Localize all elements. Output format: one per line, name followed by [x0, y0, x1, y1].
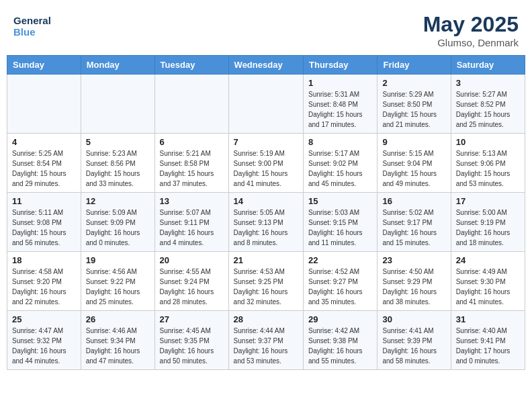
calendar-cell: 28Sunrise: 4:44 AM Sunset: 9:37 PM Dayli…: [228, 311, 303, 370]
calendar-cell: 27Sunrise: 4:45 AM Sunset: 9:35 PM Dayli…: [154, 311, 228, 370]
calendar-table: SundayMondayTuesdayWednesdayThursdayFrid…: [7, 55, 525, 370]
day-number: 3: [456, 78, 520, 88]
day-number: 6: [160, 137, 224, 147]
day-number: 9: [382, 137, 445, 147]
day-info: Sunrise: 5:19 AM Sunset: 9:00 PM Dayligh…: [234, 148, 298, 189]
day-number: 23: [382, 255, 445, 265]
calendar-cell: 12Sunrise: 5:09 AM Sunset: 9:09 PM Dayli…: [81, 193, 154, 252]
day-info: Sunrise: 5:05 AM Sunset: 9:13 PM Dayligh…: [234, 208, 298, 248]
calendar-cell: 5Sunrise: 5:23 AM Sunset: 8:56 PM Daylig…: [81, 134, 154, 193]
day-number: 10: [456, 137, 520, 147]
calendar-cell: 31Sunrise: 4:40 AM Sunset: 9:41 PM Dayli…: [451, 311, 525, 370]
day-info: Sunrise: 5:21 AM Sunset: 8:58 PM Dayligh…: [160, 148, 224, 189]
weekday-header-saturday: Saturday: [451, 56, 525, 75]
day-number: 17: [456, 196, 520, 206]
svg-marker-2: [66, 15, 74, 24]
calendar-cell: [7, 75, 81, 134]
calendar-cell: 19Sunrise: 4:56 AM Sunset: 9:22 PM Dayli…: [81, 252, 154, 311]
calendar-cell: 15Sunrise: 5:03 AM Sunset: 9:15 PM Dayli…: [304, 193, 378, 252]
day-info: Sunrise: 4:55 AM Sunset: 9:24 PM Dayligh…: [160, 267, 224, 307]
day-info: Sunrise: 4:52 AM Sunset: 9:27 PM Dayligh…: [308, 267, 372, 307]
calendar-cell: 1Sunrise: 5:31 AM Sunset: 8:48 PM Daylig…: [304, 75, 378, 134]
calendar-cell: 22Sunrise: 4:52 AM Sunset: 9:27 PM Dayli…: [304, 252, 378, 311]
weekday-header-tuesday: Tuesday: [154, 56, 228, 75]
calendar-cell: 14Sunrise: 5:05 AM Sunset: 9:13 PM Dayli…: [228, 193, 303, 252]
calendar-week-2: 4Sunrise: 5:25 AM Sunset: 8:54 PM Daylig…: [7, 134, 525, 193]
title-area: May 2025 Glumso, Denmark: [423, 12, 519, 48]
weekday-header-monday: Monday: [81, 56, 154, 75]
calendar-cell: 29Sunrise: 4:42 AM Sunset: 9:38 PM Dayli…: [304, 311, 378, 370]
day-number: 2: [382, 78, 445, 88]
calendar-week-4: 18Sunrise: 4:58 AM Sunset: 9:20 PM Dayli…: [7, 252, 525, 311]
weekday-header-thursday: Thursday: [304, 56, 378, 75]
day-info: Sunrise: 5:07 AM Sunset: 9:11 PM Dayligh…: [160, 208, 224, 248]
day-number: 11: [12, 196, 76, 206]
day-info: Sunrise: 4:53 AM Sunset: 9:25 PM Dayligh…: [234, 267, 298, 307]
calendar-cell: 23Sunrise: 4:50 AM Sunset: 9:29 PM Dayli…: [378, 252, 451, 311]
calendar-week-1: 1Sunrise: 5:31 AM Sunset: 8:48 PM Daylig…: [7, 75, 525, 134]
day-number: 27: [160, 314, 224, 324]
calendar-cell: 7Sunrise: 5:19 AM Sunset: 9:00 PM Daylig…: [228, 134, 303, 193]
logo: General Blue: [13, 12, 74, 39]
calendar-cell: 24Sunrise: 4:49 AM Sunset: 9:30 PM Dayli…: [451, 252, 525, 311]
logo-svg: General Blue: [13, 12, 74, 39]
day-info: Sunrise: 5:27 AM Sunset: 8:52 PM Dayligh…: [456, 89, 520, 130]
calendar-cell: 4Sunrise: 5:25 AM Sunset: 8:54 PM Daylig…: [7, 134, 81, 193]
day-info: Sunrise: 5:31 AM Sunset: 8:48 PM Dayligh…: [308, 89, 372, 130]
day-number: 24: [456, 255, 520, 265]
day-info: Sunrise: 5:00 AM Sunset: 9:19 PM Dayligh…: [456, 208, 520, 248]
day-number: 14: [234, 196, 298, 206]
day-info: Sunrise: 4:47 AM Sunset: 9:32 PM Dayligh…: [12, 326, 76, 366]
day-info: Sunrise: 4:42 AM Sunset: 9:38 PM Dayligh…: [308, 326, 372, 366]
calendar-cell: [154, 75, 228, 134]
calendar-cell: 10Sunrise: 5:13 AM Sunset: 9:06 PM Dayli…: [451, 134, 525, 193]
day-info: Sunrise: 5:11 AM Sunset: 9:08 PM Dayligh…: [12, 208, 76, 248]
day-number: 16: [382, 196, 445, 206]
weekday-header-row: SundayMondayTuesdayWednesdayThursdayFrid…: [7, 56, 525, 75]
day-info: Sunrise: 5:13 AM Sunset: 9:06 PM Dayligh…: [456, 148, 520, 189]
calendar-cell: [228, 75, 303, 134]
calendar-cell: 6Sunrise: 5:21 AM Sunset: 8:58 PM Daylig…: [154, 134, 228, 193]
day-info: Sunrise: 4:40 AM Sunset: 9:41 PM Dayligh…: [456, 326, 520, 366]
day-number: 20: [160, 255, 224, 265]
calendar-cell: [81, 75, 154, 134]
calendar-week-3: 11Sunrise: 5:11 AM Sunset: 9:08 PM Dayli…: [7, 193, 525, 252]
svg-text:General: General: [13, 15, 51, 26]
day-number: 8: [308, 137, 372, 147]
header: General Blue May 2025 Glumso, Denmark: [7, 7, 525, 51]
calendar-cell: 2Sunrise: 5:29 AM Sunset: 8:50 PM Daylig…: [378, 75, 451, 134]
day-info: Sunrise: 5:25 AM Sunset: 8:54 PM Dayligh…: [12, 148, 76, 189]
day-info: Sunrise: 4:45 AM Sunset: 9:35 PM Dayligh…: [160, 326, 224, 366]
day-info: Sunrise: 4:56 AM Sunset: 9:22 PM Dayligh…: [86, 267, 150, 307]
day-number: 29: [308, 314, 372, 324]
day-info: Sunrise: 5:23 AM Sunset: 8:56 PM Dayligh…: [86, 148, 150, 189]
day-number: 13: [160, 196, 224, 206]
day-number: 30: [382, 314, 445, 324]
day-info: Sunrise: 5:17 AM Sunset: 9:02 PM Dayligh…: [308, 148, 372, 189]
weekday-header-wednesday: Wednesday: [228, 56, 303, 75]
calendar-week-5: 25Sunrise: 4:47 AM Sunset: 9:32 PM Dayli…: [7, 311, 525, 370]
day-number: 21: [234, 255, 298, 265]
day-info: Sunrise: 4:49 AM Sunset: 9:30 PM Dayligh…: [456, 267, 520, 307]
calendar-cell: 3Sunrise: 5:27 AM Sunset: 8:52 PM Daylig…: [451, 75, 525, 134]
day-number: 31: [456, 314, 520, 324]
calendar-cell: 25Sunrise: 4:47 AM Sunset: 9:32 PM Dayli…: [7, 311, 81, 370]
day-info: Sunrise: 5:15 AM Sunset: 9:04 PM Dayligh…: [382, 148, 445, 189]
calendar-cell: 8Sunrise: 5:17 AM Sunset: 9:02 PM Daylig…: [304, 134, 378, 193]
day-number: 15: [308, 196, 372, 206]
day-number: 18: [12, 255, 76, 265]
calendar-cell: 9Sunrise: 5:15 AM Sunset: 9:04 PM Daylig…: [378, 134, 451, 193]
month-title: May 2025: [423, 12, 519, 37]
calendar-cell: 20Sunrise: 4:55 AM Sunset: 9:24 PM Dayli…: [154, 252, 228, 311]
calendar-cell: 21Sunrise: 4:53 AM Sunset: 9:25 PM Dayli…: [228, 252, 303, 311]
calendar-cell: 26Sunrise: 4:46 AM Sunset: 9:34 PM Dayli…: [81, 311, 154, 370]
day-info: Sunrise: 5:02 AM Sunset: 9:17 PM Dayligh…: [382, 208, 445, 248]
weekday-header-sunday: Sunday: [7, 56, 81, 75]
weekday-header-friday: Friday: [378, 56, 451, 75]
day-number: 28: [234, 314, 298, 324]
day-info: Sunrise: 4:58 AM Sunset: 9:20 PM Dayligh…: [12, 267, 76, 307]
svg-text:Blue: Blue: [13, 26, 36, 38]
day-info: Sunrise: 4:44 AM Sunset: 9:37 PM Dayligh…: [234, 326, 298, 366]
day-number: 7: [234, 137, 298, 147]
day-number: 12: [86, 196, 150, 206]
